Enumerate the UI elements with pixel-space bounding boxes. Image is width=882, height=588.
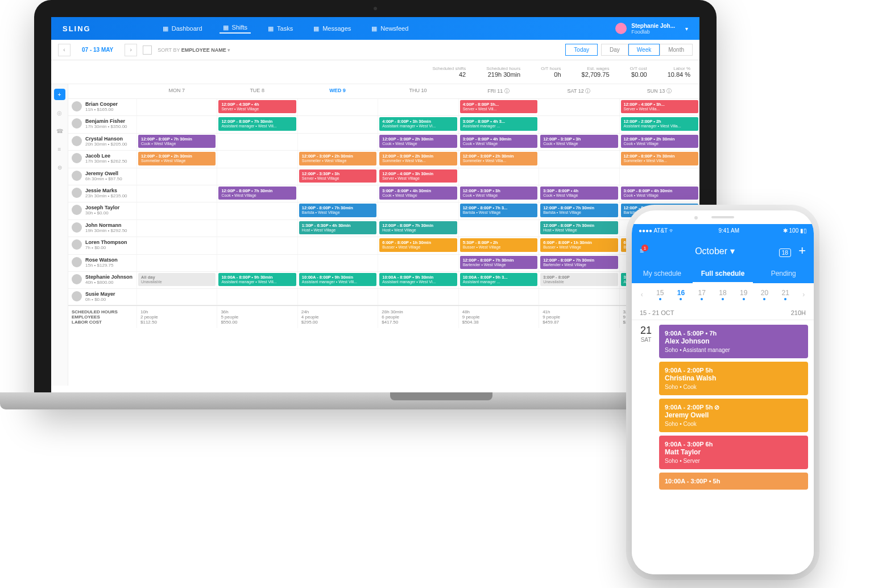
schedule-cell[interactable]: [136, 255, 217, 271]
schedule-cell[interactable]: [136, 116, 217, 132]
employee-cell[interactable]: John Normann19h 30min • $292.50: [68, 220, 136, 237]
shift-block[interactable]: 6:00P - 8:00P • 1h 30minBusser • West Vi…: [540, 238, 618, 251]
schedule-cell[interactable]: [217, 289, 297, 305]
schedule-cell[interactable]: All dayUnavailable: [136, 272, 217, 288]
shift-block[interactable]: 3:00P - 8:00P • 4h 30minCook • West Vill…: [460, 135, 537, 148]
schedule-cell[interactable]: 12:00P - 3:00P • 2h 30minCook • West Vil…: [619, 134, 699, 150]
shift-block[interactable]: 12:00P - 3:00P • 2h 30minCook • West Vil…: [621, 135, 698, 148]
day-header-cell[interactable]: THU 10: [378, 84, 458, 98]
shift-block[interactable]: 4:00P - 8:00P • 3h 30minAssistant manage…: [379, 117, 457, 130]
day-header-cell[interactable]: FRI 11 ⓘ: [458, 84, 539, 98]
shift-block[interactable]: 3:00P - 8:00P • 4h 30minCook • West Vill…: [621, 187, 698, 200]
menu-icon[interactable]: ≡1: [640, 247, 651, 255]
schedule-cell[interactable]: 3:00P - 8:00P • 4h 30minCook • West Vill…: [378, 185, 458, 202]
user-menu[interactable]: Stephanie Joh... Foodlab ▾: [615, 23, 688, 35]
schedule-cell[interactable]: 12:00P - 8:00P • 7h 30minHost • West Vil…: [378, 220, 458, 237]
schedule-cell[interactable]: [297, 255, 378, 271]
add-button[interactable]: +: [54, 89, 65, 100]
phone-shift[interactable]: 9:00A - 2:00P 5hChristina WalshSoho • Co…: [659, 362, 808, 395]
schedule-cell[interactable]: 12:00P - 2:00P • 2hAssistant manager • W…: [619, 116, 699, 132]
sort-control[interactable]: SORT BY EMPLOYEE NAME ▾: [158, 47, 230, 53]
employee-cell[interactable]: Susie Mayer0h • $0.00: [68, 289, 136, 305]
shift-block[interactable]: 12:00P - 3:00P • 2h 30minCook • West Vil…: [379, 135, 457, 148]
shift-block[interactable]: 6:00P - 8:00P • 1h 30minBusser • West Vi…: [379, 238, 457, 251]
shift-block[interactable]: 12:00P - 4:00P • 3h...Server • West Vill…: [621, 100, 698, 113]
schedule-cell[interactable]: 12:00P - 4:00P • 3h...Server • West Vill…: [619, 99, 699, 115]
schedule-cell[interactable]: [217, 168, 297, 185]
next-icon[interactable]: ›: [802, 291, 805, 299]
schedule-cell[interactable]: 12:00P - 4:00P • 3h 30minServer • West V…: [378, 168, 458, 185]
schedule-cell[interactable]: [458, 168, 539, 185]
schedule-cell[interactable]: [297, 99, 378, 115]
employee-cell[interactable]: Crystal Hanson20h 30min • $205.00: [68, 134, 136, 150]
schedule-cell[interactable]: [458, 289, 539, 305]
shift-block[interactable]: All dayUnavailable: [138, 273, 216, 286]
phone-day[interactable]: 19: [740, 289, 747, 300]
schedule-cell[interactable]: 1:30P - 6:30P • 4h 30minHost • West Vill…: [297, 220, 378, 237]
phone-tab[interactable]: My schedule: [632, 265, 693, 283]
shift-block[interactable]: 12:00P - 8:00P • 7h 30minBarista • West …: [299, 204, 376, 217]
schedule-cell[interactable]: 12:00P - 8:00P • 7h 30minAssistant manag…: [217, 116, 297, 132]
schedule-cell[interactable]: [458, 220, 539, 237]
schedule-cell[interactable]: 12:00P - 3:30P • 3hCook • West Village: [458, 185, 539, 202]
nav-tasks[interactable]: ▦Tasks: [264, 24, 296, 34]
schedule-cell[interactable]: [136, 202, 217, 219]
employee-cell[interactable]: Brian Cooper11h • $165.00: [68, 99, 136, 115]
schedule-cell[interactable]: [136, 220, 217, 237]
shift-block[interactable]: 12:00P - 8:00P • 7h 30minAssistant manag…: [218, 117, 296, 130]
shift-block[interactable]: 12:00P - 8:00P • 7h 30minCook • West Vil…: [138, 135, 216, 148]
shift-block[interactable]: 12:00P - 4:30P • 4hServer • West Village: [218, 100, 296, 113]
shift-block[interactable]: 10:00A - 8:00P • 9h 30minAssistant manag…: [379, 273, 457, 286]
employee-cell[interactable]: Jeremy Owell6h 30min • $97.50: [68, 168, 136, 185]
employee-cell[interactable]: Rose Watson15h • $129.75: [68, 255, 136, 271]
schedule-cell[interactable]: 12:00P - 8:00P • 7h 30minCook • West Vil…: [136, 134, 217, 150]
schedule-cell[interactable]: 12:00P - 3:00P • 2h 30minSommelier • Wes…: [136, 151, 217, 167]
phone-day[interactable]: 16: [677, 289, 685, 300]
schedule-cell[interactable]: [378, 289, 458, 305]
phone-tab[interactable]: Pending: [753, 265, 814, 283]
phone-day[interactable]: 18: [719, 289, 726, 300]
employee-cell[interactable]: Joseph Taylor30h • $0.00: [68, 202, 136, 219]
schedule-cell[interactable]: 3:30P - 8:00P • 4hCook • West Village: [539, 185, 619, 202]
schedule-cell[interactable]: 3:00P - 8:00P • 4h 30minCook • West Vill…: [619, 185, 699, 202]
schedule-cell[interactable]: [539, 116, 619, 132]
day-header-cell[interactable]: SAT 12 ⓘ: [539, 84, 619, 98]
schedule-cell[interactable]: [217, 255, 297, 271]
shift-block[interactable]: 12:00P - 3:30P • 3hServer • West Village: [299, 169, 376, 183]
day-header-cell[interactable]: SUN 13 ⓘ: [619, 84, 699, 98]
employee-cell[interactable]: Jacob Lee17h 30min • $262.50: [68, 151, 136, 167]
schedule-cell[interactable]: [539, 151, 619, 167]
schedule-cell[interactable]: [217, 237, 297, 254]
schedule-cell[interactable]: 12:00P - 8:00P • 7h 30minHost • West Vil…: [539, 220, 619, 237]
shift-block[interactable]: 12:00P - 3:00P • 2h 30minSommelier • Wes…: [379, 152, 457, 165]
schedule-cell[interactable]: [136, 185, 217, 202]
schedule-cell[interactable]: [297, 134, 378, 150]
schedule-cell[interactable]: [217, 220, 297, 237]
employee-cell[interactable]: Stephanie Johnson40h • $800.00: [68, 272, 136, 288]
phone-day[interactable]: 21: [781, 289, 789, 300]
day-header-cell[interactable]: WED 9: [297, 84, 378, 98]
day-header-cell[interactable]: TUE 8: [217, 84, 297, 98]
location-icon[interactable]: ◎: [54, 107, 65, 118]
schedule-cell[interactable]: 12:00P - 8:00P • 7h 3...Barista • West V…: [458, 202, 539, 219]
shift-block[interactable]: 12:00P - 3:00P • 2h 30minSommelier • Wes…: [299, 152, 376, 165]
phone-shift[interactable]: 9:00A - 3:00P 6hMatt TaylorSoho • Server: [659, 436, 808, 469]
nav-shifts[interactable]: ▦Shifts: [220, 24, 251, 34]
phone-day[interactable]: 15: [656, 289, 664, 300]
schedule-cell[interactable]: 12:00P - 8:00P • 7h 30minBartender • Wes…: [458, 255, 539, 271]
shift-block[interactable]: 3:00P - 8:00P • 4h 3...Assistant manager…: [460, 117, 537, 130]
phone-day[interactable]: 20: [761, 289, 768, 300]
day-header-cell[interactable]: MON 7: [136, 84, 217, 98]
shift-block[interactable]: 12:00P - 8:00P • 7h 30minHost • West Vil…: [540, 221, 618, 234]
schedule-cell[interactable]: 10:00A - 8:00P • 9h 30minAssistant manag…: [378, 272, 458, 288]
month-selector[interactable]: October ▾: [695, 246, 734, 256]
schedule-cell[interactable]: [217, 151, 297, 167]
schedule-cell[interactable]: 12:00P - 3:30P • 3hServer • West Village: [297, 168, 378, 185]
nav-dashboard[interactable]: ▦Dashboard: [159, 24, 206, 34]
schedule-cell[interactable]: 4:00P - 8:00P • 3h 30minAssistant manage…: [378, 116, 458, 132]
schedule-cell[interactable]: [136, 99, 217, 115]
view-month-button[interactable]: Month: [660, 44, 693, 56]
schedule-cell[interactable]: [378, 99, 458, 115]
nav-newsfeed[interactable]: ▦Newsfeed: [368, 24, 412, 34]
schedule-cell[interactable]: [619, 168, 699, 185]
